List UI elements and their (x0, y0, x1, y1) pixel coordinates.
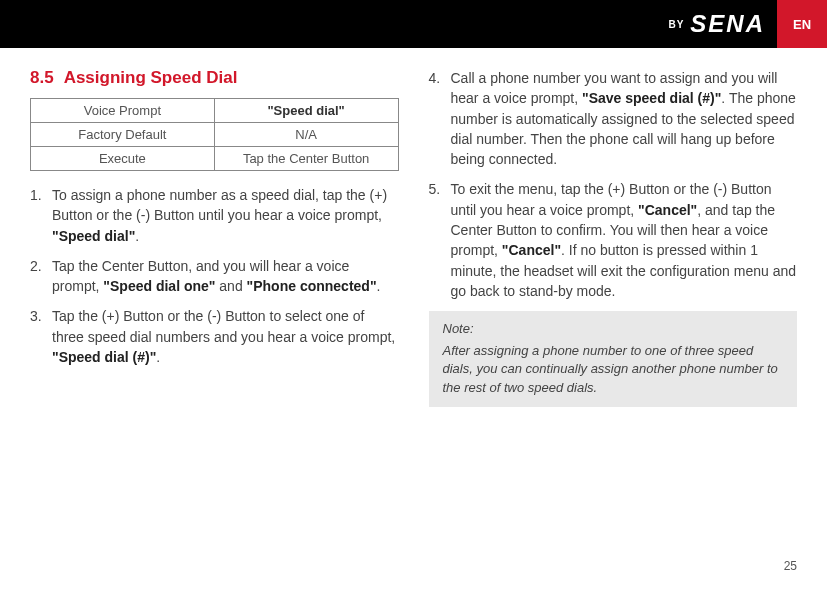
page-number: 25 (784, 559, 797, 573)
by-label: BY (668, 19, 684, 30)
step-4: Call a phone number you want to assign a… (429, 68, 798, 169)
steps-list-right: Call a phone number you want to assign a… (429, 68, 798, 301)
note-title: Note: (443, 321, 784, 336)
step-text: . (377, 278, 381, 294)
content-area: 8.5Assigning Speed Dial Voice Prompt "Sp… (0, 48, 827, 407)
step-text: To assign a phone number as a speed dial… (52, 187, 387, 223)
table-row: Voice Prompt "Speed dial" (31, 99, 399, 123)
step-5: To exit the menu, tap the (+) Button or … (429, 179, 798, 301)
factory-default-label: Factory Default (31, 123, 215, 147)
language-badge: EN (777, 0, 827, 48)
left-column: 8.5Assigning Speed Dial Voice Prompt "Sp… (30, 68, 399, 407)
step-1: To assign a phone number as a speed dial… (30, 185, 399, 246)
right-column: Call a phone number you want to assign a… (429, 68, 798, 407)
step-text: and (215, 278, 246, 294)
step-bold: "Cancel" (502, 242, 561, 258)
step-text: . (156, 349, 160, 365)
step-text: Tap the (+) Button or the (-) Button to … (52, 308, 395, 344)
section-title: Assigning Speed Dial (64, 68, 238, 87)
step-3: Tap the (+) Button or the (-) Button to … (30, 306, 399, 367)
step-bold: "Phone connected" (247, 278, 377, 294)
step-2: Tap the Center Button, and you will hear… (30, 256, 399, 297)
note-box: Note: After assigning a phone number to … (429, 311, 798, 407)
step-bold: "Speed dial one" (103, 278, 215, 294)
step-text: . (135, 228, 139, 244)
language-code: EN (793, 17, 811, 32)
execute-value: Tap the Center Button (214, 147, 398, 171)
note-body: After assigning a phone number to one of… (443, 342, 784, 397)
section-heading: 8.5Assigning Speed Dial (30, 68, 399, 88)
table-row: Execute Tap the Center Button (31, 147, 399, 171)
sena-logo: SENA (690, 10, 765, 38)
steps-list-left: To assign a phone number as a speed dial… (30, 185, 399, 367)
step-bold: "Speed dial" (52, 228, 135, 244)
voice-prompt-label: Voice Prompt (31, 99, 215, 123)
step-bold: "Save speed dial (#)" (582, 90, 721, 106)
step-bold: "Speed dial (#)" (52, 349, 156, 365)
execute-label: Execute (31, 147, 215, 171)
step-bold: "Cancel" (638, 202, 697, 218)
info-table: Voice Prompt "Speed dial" Factory Defaul… (30, 98, 399, 171)
voice-prompt-value: "Speed dial" (214, 99, 398, 123)
factory-default-value: N/A (214, 123, 398, 147)
table-row: Factory Default N/A (31, 123, 399, 147)
header-bar: BY SENA EN (0, 0, 827, 48)
section-number: 8.5 (30, 68, 54, 87)
